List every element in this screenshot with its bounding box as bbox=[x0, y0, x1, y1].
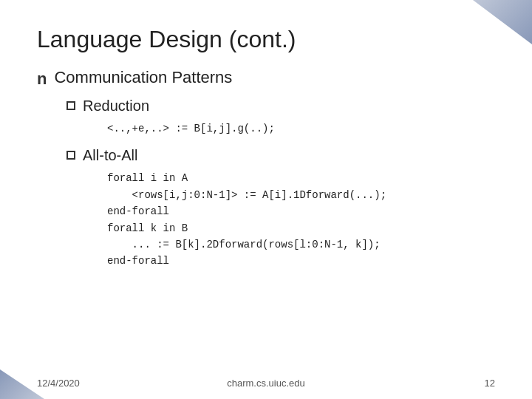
all-to-all-code-line-3: end-forall bbox=[107, 203, 495, 219]
all-to-all-code-line-6: end-forall bbox=[107, 253, 495, 269]
reduction-code-line-1: <..,+e,..> := B[i,j].g(..); bbox=[107, 120, 495, 137]
all-to-all-code: forall i in A <rows[i,j:0:N-1]> := A[i].… bbox=[107, 170, 495, 269]
square-bullet-icon bbox=[66, 101, 75, 110]
main-bullet-marker: n bbox=[37, 69, 47, 89]
all-to-all-code-line-4: forall k in B bbox=[107, 220, 495, 236]
sub-bullet-reduction-label: Reduction bbox=[83, 98, 149, 115]
sub-bullet-reduction: Reduction bbox=[66, 98, 495, 115]
subsection-reduction: Reduction <..,+e,..> := B[i,j].g(..); bbox=[66, 98, 495, 137]
main-bullet: n Communication Patterns bbox=[37, 68, 495, 89]
all-to-all-code-line-2: <rows[i,j:0:N-1]> := A[i].1Dforward(...)… bbox=[107, 187, 495, 203]
sub-bullet-all-to-all-label: All-to-All bbox=[83, 147, 137, 164]
all-to-all-code-line-5: ... := B[k].2Dforward(rows[l:0:N-1, k]); bbox=[107, 236, 495, 253]
subsection-all-to-all: All-to-All forall i in A <rows[i,j:0:N-1… bbox=[66, 147, 495, 269]
main-bullet-text: Communication Patterns bbox=[54, 68, 232, 87]
footer-page: 12 bbox=[485, 378, 495, 389]
footer-date: 12/4/2020 bbox=[37, 378, 80, 389]
sub-bullet-all-to-all: All-to-All bbox=[66, 147, 495, 164]
slide: Language Design (cont.) n Communication … bbox=[0, 0, 532, 399]
footer-url: charm.cs.uiuc.edu bbox=[227, 378, 305, 389]
all-to-all-code-line-1: forall i in A bbox=[107, 170, 495, 186]
slide-title: Language Design (cont.) bbox=[37, 26, 495, 53]
reduction-code: <..,+e,..> := B[i,j].g(..); bbox=[107, 120, 495, 137]
square-bullet-icon-2 bbox=[66, 151, 75, 160]
